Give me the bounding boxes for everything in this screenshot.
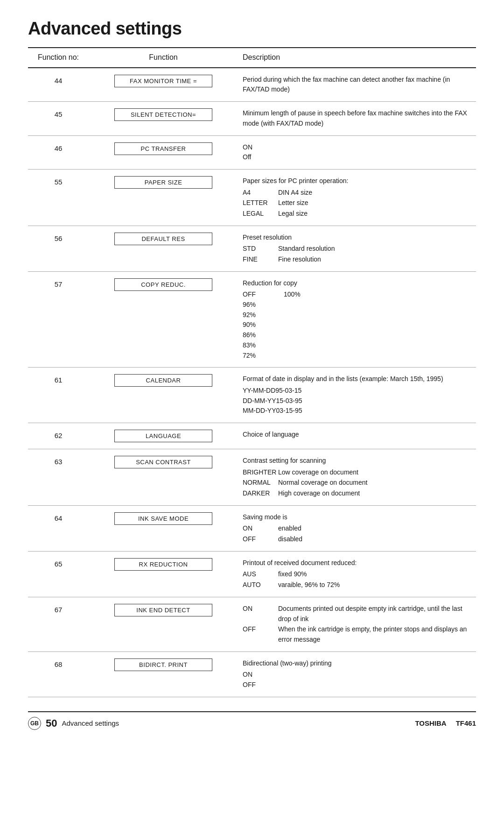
table-row: 65RX REDUCTIONPrintout of received docum… <box>28 551 476 597</box>
function-button: PAPER SIZE <box>114 176 212 189</box>
function-button: SILENT DETECTION= <box>114 108 212 121</box>
row-desc: Paper sizes for PC printer operation:A4D… <box>238 169 476 226</box>
row-func: INK SAVE MODE <box>89 505 238 551</box>
function-button: COPY REDUC. <box>114 278 212 291</box>
desc-line: YY-MM-DD95-03-15 <box>243 386 471 396</box>
desc-line2: 86% <box>243 330 471 340</box>
row-no: 62 <box>28 423 89 449</box>
footer-model: TF461 <box>456 719 476 727</box>
desc-line: OFF <box>243 680 471 690</box>
row-func: CALENDAR <box>89 368 238 423</box>
desc-grid-value: Legal size <box>278 209 471 219</box>
row-func: SILENT DETECTION= <box>89 102 238 135</box>
row-no: 56 <box>28 226 89 271</box>
desc-text: Minimum length of pause in speech before… <box>243 108 471 128</box>
row-desc: Preset resolutionSTDStandard resolutionF… <box>238 226 476 271</box>
desc-grid-label: FINE <box>243 255 275 265</box>
table-row: 57COPY REDUC.Reduction for copyOFF100%96… <box>28 271 476 368</box>
desc-grid-value: Documents printed out despite empty ink … <box>278 604 471 624</box>
desc-grid: BRIGHTERLow coverage on documentNORMALNo… <box>243 467 471 499</box>
desc-line2: 72% <box>243 351 471 361</box>
footer-left: GB 50 Advanced settings <box>28 717 119 730</box>
desc-header: Contrast setting for scanning <box>243 456 471 466</box>
desc-grid-value: enabled <box>278 524 471 534</box>
function-button: INK END DETECT <box>114 604 212 616</box>
row-desc: Period during which the fax machine can … <box>238 68 476 102</box>
desc-grid-label: AUS <box>243 569 275 580</box>
desc-line: DD-MM-YY15-03-95 <box>243 396 471 406</box>
desc-grid: STDStandard resolutionFINEFine resolutio… <box>243 244 471 264</box>
desc-grid-label: LETTER <box>243 198 275 208</box>
function-button: CALENDAR <box>114 374 212 387</box>
footer-brand: TOSHIBA <box>415 719 446 727</box>
function-button: RX REDUCTION <box>114 558 212 571</box>
table-row: 68BIDIRCT. PRINTBidirectional (two-way) … <box>28 651 476 697</box>
row-desc: ONOff <box>238 135 476 169</box>
desc-grid-label: LEGAL <box>243 209 275 219</box>
desc-grid-label: NORMAL <box>243 478 275 488</box>
table-row: 64INK SAVE MODESaving mode isONenabledOF… <box>28 505 476 551</box>
row-func: COPY REDUC. <box>89 271 238 368</box>
function-button: LANGUAGE <box>114 430 212 442</box>
row-no: 63 <box>28 449 89 505</box>
row-desc: ONDocuments printed out despite empty in… <box>238 597 476 651</box>
desc-header: Reduction for copy <box>243 278 471 289</box>
table-row: 67INK END DETECTONDocuments printed out … <box>28 597 476 651</box>
row-no: 57 <box>28 271 89 368</box>
desc-grid-value: Normal coverage on document <box>278 478 471 488</box>
desc-grid-label: OFF <box>243 534 275 545</box>
desc-header: Preset resolution <box>243 233 471 243</box>
row-func: BIDIRCT. PRINT <box>89 651 238 697</box>
row-func: RX REDUCTION <box>89 551 238 597</box>
desc-grid: ONDocuments printed out despite empty in… <box>243 604 471 645</box>
footer: GB 50 Advanced settings TOSHIBA TF461 <box>28 711 476 730</box>
table-row: 44FAX MONITOR TIME =Period during which … <box>28 68 476 102</box>
desc-grid-value: When the ink cartridge is empty, the pri… <box>278 624 471 644</box>
row-no: 67 <box>28 597 89 651</box>
row-no: 64 <box>28 505 89 551</box>
desc-grid-label: BRIGHTER <box>243 467 275 478</box>
desc-grid-label: OFF <box>243 624 275 644</box>
desc-grid-label: A4 <box>243 188 275 198</box>
row-func: INK END DETECT <box>89 597 238 651</box>
desc-header: Paper sizes for PC printer operation: <box>243 176 471 186</box>
desc-grid-value: Standard resolution <box>278 244 471 254</box>
desc-grid-value: Low coverage on document <box>278 467 471 478</box>
row-func: PAPER SIZE <box>89 169 238 226</box>
desc-grid-label: DARKER <box>243 488 275 499</box>
table-row: 45SILENT DETECTION=Minimum length of pau… <box>28 102 476 135</box>
function-button: DEFAULT RES <box>114 233 212 245</box>
desc-header: Format of date in display and in the lis… <box>243 374 471 384</box>
row-desc: Printout of received document reduced:AU… <box>238 551 476 597</box>
desc-line2: 96% <box>243 300 471 310</box>
row-desc: Reduction for copyOFF100%96%92%90%86%83%… <box>238 271 476 368</box>
desc-header: Saving mode is <box>243 512 471 523</box>
table-row: 61CALENDARFormat of date in display and … <box>28 368 476 423</box>
desc-line2: OFF100% <box>243 290 471 300</box>
function-button: BIDIRCT. PRINT <box>114 658 212 671</box>
row-no: 44 <box>28 68 89 102</box>
settings-table: Function no: Function Description 44FAX … <box>28 47 476 697</box>
footer-page: 50 <box>46 717 57 729</box>
row-func: LANGUAGE <box>89 423 238 449</box>
desc-text: Choice of language <box>243 430 471 440</box>
desc-grid: A4DIN A4 sizeLETTERLetter sizeLEGALLegal… <box>243 188 471 219</box>
function-button: PC TRANSFER <box>114 142 212 155</box>
desc-header: Bidirectional (two-way) printing <box>243 658 471 669</box>
page-title: Advanced settings <box>28 19 476 39</box>
row-desc: Minimum length of pause in speech before… <box>238 102 476 135</box>
desc-grid-value: High coverage on document <box>278 488 471 499</box>
table-row: 56DEFAULT RESPreset resolutionSTDStandar… <box>28 226 476 271</box>
desc-header: Printout of received document reduced: <box>243 558 471 568</box>
row-no: 45 <box>28 102 89 135</box>
row-no: 68 <box>28 651 89 697</box>
header-func: Function <box>89 48 238 68</box>
desc-grid: ONenabledOFFdisabled <box>243 524 471 544</box>
desc-text: Period during which the fax machine can … <box>243 75 471 95</box>
desc-grid-value: Fine resolution <box>278 255 471 265</box>
row-no: 65 <box>28 551 89 597</box>
row-func: SCAN CONTRAST <box>89 449 238 505</box>
row-desc: Choice of language <box>238 423 476 449</box>
desc-grid-label: ON <box>243 524 275 534</box>
desc-grid-value: DIN A4 size <box>278 188 471 198</box>
